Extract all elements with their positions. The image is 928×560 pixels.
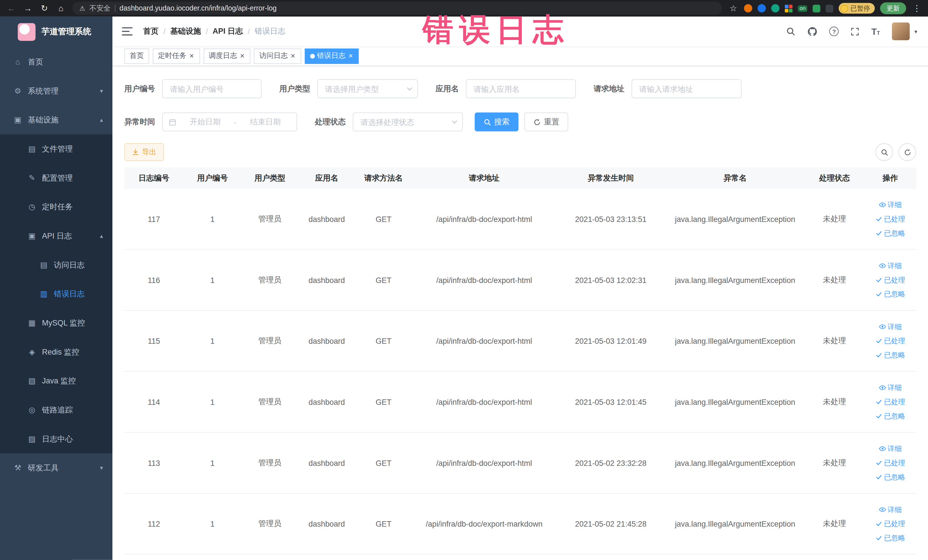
sidebar-item[interactable]: ▥ 错误日志 — [0, 279, 112, 308]
table-toolbar: 导出 — [124, 143, 916, 161]
cell-method: GET — [355, 250, 412, 310]
cell-user-id: 1 — [183, 372, 241, 432]
sidebar-item[interactable]: ▨ 日志中心 — [0, 424, 112, 453]
url-text[interactable]: dashboard.yudao.iocoder.cn/infra/log/api… — [119, 4, 277, 12]
extension-icon-blue[interactable] — [758, 4, 766, 12]
cell-log-id: 114 — [124, 372, 183, 432]
sidebar-item[interactable]: ◈ Redis 监控 — [0, 337, 112, 366]
request-url-input[interactable] — [632, 79, 742, 98]
extension-icon-dark[interactable] — [826, 5, 833, 12]
extension-icon-grid[interactable] — [785, 5, 792, 12]
extension-icon-leaf[interactable] — [813, 5, 820, 12]
update-button[interactable]: 更新 — [880, 2, 906, 14]
mark-ignored-link[interactable]: 已忽略 — [875, 228, 905, 238]
breadcrumb-item[interactable]: 错误日志 / — [255, 26, 285, 37]
security-label[interactable]: 不安全 — [89, 3, 111, 13]
address-bar[interactable]: ⚠ 不安全 dashboard.yudao.iocoder.cn/infra/l… — [72, 2, 722, 15]
help-icon[interactable]: ? — [829, 26, 839, 36]
search-icon[interactable] — [786, 26, 796, 36]
mark-ignored-link[interactable]: 已忽略 — [875, 472, 905, 482]
mark-processed-link[interactable]: 已处理 — [875, 519, 905, 529]
mark-processed-link[interactable]: 已处理 — [875, 458, 905, 468]
mark-processed-link[interactable]: 已处理 — [875, 214, 905, 224]
refresh-icon[interactable] — [898, 143, 916, 161]
reset-button[interactable]: 重置 — [524, 112, 568, 131]
sidebar-item[interactable]: ◎ 链路追踪 — [0, 395, 112, 424]
sidebar-item[interactable]: ⚒ 研发工具 ▾ — [0, 453, 112, 482]
tab[interactable]: 访问日志 × — [254, 48, 301, 64]
close-icon[interactable]: × — [240, 52, 245, 60]
user-avatar[interactable] — [892, 23, 910, 40]
font-size-icon[interactable]: TT — [872, 26, 880, 36]
breadcrumb-item[interactable]: 基础设施 / — [170, 26, 208, 37]
detail-link[interactable]: 详细 — [879, 383, 902, 392]
sidebar-item[interactable]: ▦ MySQL 监控 — [0, 308, 112, 337]
kebab-menu-icon[interactable]: ⋮ — [911, 3, 922, 13]
detail-link[interactable]: 详细 — [879, 322, 902, 332]
mark-ignored-link[interactable]: 已忽略 — [875, 411, 905, 421]
sidebar-logo[interactable]: 芋道管理系统 — [0, 17, 112, 47]
cell-exception-time: 2021-05-03 12:01:45 — [556, 372, 665, 432]
detail-link[interactable]: 详细 — [879, 505, 902, 515]
table-body: 117 1 管理员 dashboard GET /api/infra/db-do… — [124, 189, 916, 555]
app-name-input[interactable] — [466, 79, 576, 98]
detail-link[interactable]: 详细 — [879, 200, 902, 210]
paused-extension-badge[interactable]: 已暂停 — [839, 3, 875, 14]
cell-log-id: 115 — [124, 311, 183, 371]
app-logo-icon — [18, 23, 35, 41]
tab[interactable]: 首页 × — [124, 48, 149, 64]
forward-icon[interactable]: → — [23, 3, 33, 13]
sidebar-item[interactable]: ✎ 配置管理 — [0, 163, 112, 192]
extension-icon-orange[interactable] — [744, 4, 752, 12]
tab-label: 访问日志 — [259, 51, 288, 61]
date-range-picker[interactable]: 开始日期 - 结束日期 — [162, 112, 297, 131]
sidebar-item[interactable]: ⚙ 系统管理 ▾ — [0, 76, 112, 105]
cell-user-id: 1 — [183, 433, 241, 493]
close-icon[interactable]: × — [348, 52, 353, 60]
user-id-input[interactable] — [162, 79, 262, 98]
bookmark-star-icon[interactable]: ☆ — [728, 3, 739, 13]
fullscreen-icon[interactable] — [851, 27, 859, 36]
home-icon[interactable]: ⌂ — [56, 3, 66, 13]
extension-on-badge[interactable]: on — [798, 5, 807, 12]
sidebar-item[interactable]: ⌂ 首页 — [0, 47, 112, 76]
mark-processed-link[interactable]: 已处理 — [875, 275, 905, 285]
close-icon[interactable]: × — [290, 52, 296, 60]
export-button[interactable]: 导出 — [124, 143, 164, 161]
sidebar-item[interactable]: ▤ 文件管理 — [0, 134, 112, 163]
collapse-sidebar-icon[interactable] — [122, 27, 132, 35]
tab[interactable]: 定时任务 × — [153, 48, 200, 64]
breadcrumb-item[interactable]: 首页 / — [143, 26, 165, 37]
reload-icon[interactable]: ↻ — [39, 3, 50, 13]
mark-processed-link[interactable]: 已处理 — [875, 336, 905, 346]
breadcrumb-item[interactable]: API 日志 / — [212, 26, 250, 37]
sidebar-item[interactable]: ◷ 定时任务 — [0, 192, 112, 221]
mark-ignored-link[interactable]: 已忽略 — [875, 350, 905, 360]
process-status-select[interactable] — [353, 112, 463, 131]
tab[interactable]: 调度日志 × — [203, 48, 250, 64]
github-icon[interactable] — [807, 26, 818, 36]
avatar-caret-icon[interactable]: ▾ — [914, 28, 917, 35]
column-header: 处理状态 — [805, 168, 864, 189]
sidebar-item[interactable]: ▧ Java 监控 — [0, 366, 112, 395]
sidebar-item-label: 配置管理 — [42, 172, 73, 183]
close-icon[interactable]: × — [189, 52, 195, 60]
search-button[interactable]: 搜索 — [475, 112, 519, 131]
sidebar-item[interactable]: ▣ 基础设施 ▴ — [0, 105, 112, 134]
sidebar-item[interactable]: ▤ 访问日志 — [0, 250, 112, 279]
mark-ignored-link[interactable]: 已忽略 — [875, 533, 905, 543]
user-type-select[interactable] — [317, 79, 418, 98]
extension-icon-green[interactable] — [771, 4, 779, 12]
detail-link[interactable]: 详细 — [879, 261, 902, 271]
table-row: 117 1 管理员 dashboard GET /api/infra/db-do… — [124, 189, 916, 250]
detail-link[interactable]: 详细 — [879, 444, 902, 453]
sidebar-item-label: Redis 监控 — [42, 346, 79, 357]
tab[interactable]: 错误日志 × — [305, 48, 359, 64]
back-icon[interactable]: ← — [6, 3, 17, 13]
sidebar-item[interactable]: ▣ API 日志 ▴ — [0, 221, 112, 250]
cell-status: 未处理 — [805, 189, 864, 249]
mark-ignored-link[interactable]: 已忽略 — [875, 289, 905, 299]
access-log-icon: ▤ — [39, 261, 49, 269]
search-toggle-icon[interactable] — [875, 143, 893, 161]
mark-processed-link[interactable]: 已处理 — [875, 397, 905, 407]
